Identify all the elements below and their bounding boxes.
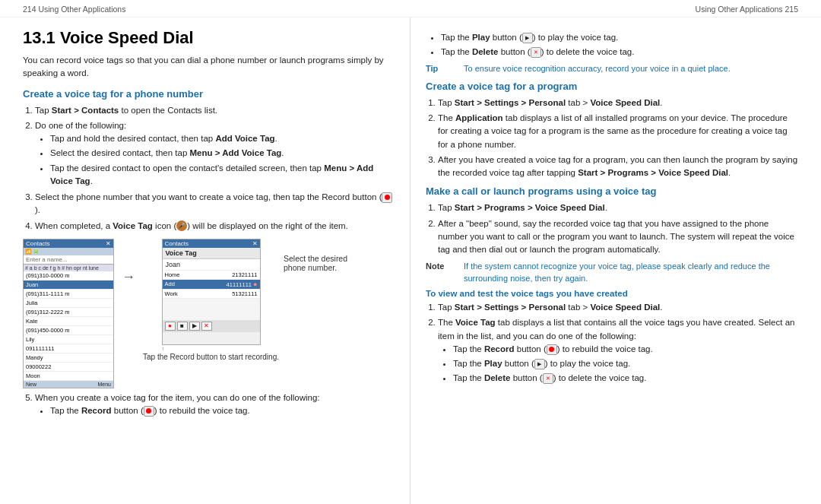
screen-stop-btn: ■ <box>177 322 188 331</box>
chapter-title: 13.1 Voice Speed Dial <box>23 28 395 48</box>
contact-item-selected: Juan <box>24 281 113 290</box>
contact-item: Kate <box>24 317 113 326</box>
caption-text: Select the desired phone number. <box>284 254 352 272</box>
steps-program: Tap Start > Settings > Personal tab > Vo… <box>438 97 798 180</box>
tip-label: Tip <box>426 64 458 73</box>
phone-work: Work51321111 <box>163 290 260 299</box>
tip-row: Tip To ensure voice recognition accuracy… <box>426 63 798 74</box>
view-bullet-3: Tap the Delete button (✕) to delete the … <box>453 372 798 385</box>
contact-item: Lily <box>24 335 113 344</box>
contacts-alpha-row: # a b c de f g h # hn opr nt lune <box>24 265 113 271</box>
step-4: When completed, a Voice Tag icon (🎤) wil… <box>35 220 395 233</box>
screenshots-row: Contacts ✕ 📶🔋 Enter a name... # a b c de… <box>23 239 395 388</box>
screen-play-btn: ▶ <box>189 322 200 331</box>
steps-view: Tap Start > Settings > Personal tab > Vo… <box>438 301 798 385</box>
step-2: Do one of the following: Tap and hold th… <box>35 119 395 188</box>
contacts-title-bar: Contacts ✕ <box>24 239 113 248</box>
bullet-2a: Tap the Record button () to rebuild the … <box>50 404 395 417</box>
bullet-1c: Tap the desired contact to open the cont… <box>50 162 395 189</box>
section1-heading: Create a voice tag for a phone number <box>23 88 395 100</box>
contact-item: Julia <box>24 299 113 308</box>
contacts-toolbar: 📶🔋 <box>24 248 113 255</box>
bullet-1b: Select the desired contact, then tap Men… <box>50 147 395 160</box>
select-phone-caption: Select the desired phone number. <box>284 254 352 272</box>
voice-tag-screen: Contacts ✕ Voice Tag Joan Home21321111 A… <box>162 239 261 345</box>
contact-item: (091)450-0000 m <box>24 326 113 335</box>
page-header: 214 Using Other Applications Using Other… <box>0 0 821 17</box>
contact-item: 091111111 <box>24 344 113 353</box>
contact-item: (091)312-2222 m <box>24 308 113 317</box>
delete-btn-3: ✕ <box>543 373 553 384</box>
steps-list-1: Tap Start > Contacts to open the Contact… <box>35 104 395 233</box>
voice-tag-title-bar: Contacts ✕ <box>163 239 260 248</box>
note-row: Note If the system cannot recognize your… <box>426 261 798 284</box>
bullet-delete: Tap the Delete button (✕) to delete the … <box>441 46 798 59</box>
step-1: Tap Start > Contacts to open the Contact… <box>35 104 395 117</box>
tap-record-caption: Tap the Record button to start recording… <box>143 353 279 361</box>
note-label: Note <box>426 262 458 271</box>
view-step-2: The Voice Tag tab displays a list that c… <box>438 316 798 385</box>
contact-item: (091)310-0000 m <box>24 271 113 281</box>
bullet-1a: Tap and hold the desired contact, then t… <box>50 132 395 145</box>
record-button-icon <box>382 192 392 203</box>
phone-list: Home21321111 Add41111111 ● Work51321111 <box>163 271 260 299</box>
arrow-right: → <box>119 269 138 285</box>
voice-tag-label: Voice Tag <box>163 248 260 259</box>
play-btn-icon: ▶ <box>522 33 533 43</box>
view-step-1: Tap Start > Settings > Personal tab > Vo… <box>438 301 798 314</box>
sub-bullets-2: Tap the Record button () to rebuild the … <box>50 404 395 417</box>
sub-bullets-1: Tap and hold the desired contact, then t… <box>50 132 395 188</box>
contact-item: (091)311-1111 m <box>24 290 113 299</box>
view-bullet-2: Tap the Play button (▶) to play the voic… <box>453 357 798 370</box>
contacts-search: Enter a name... <box>24 255 113 265</box>
phone-home: Home21321111 <box>163 271 260 280</box>
call-step-1: Tap Start > Programs > Voice Speed Dial. <box>438 201 798 214</box>
left-column: 13.1 Voice Speed Dial You can record voi… <box>0 17 410 504</box>
step-5: When you create a voice tag for the item… <box>35 391 395 418</box>
voice-tag-icon: 🎤 <box>176 220 187 231</box>
bullet-play: Tap the Play button (▶) to play the voic… <box>441 31 798 44</box>
left-page-number: 214 Using Other Applications <box>23 5 125 14</box>
record-btn-2 <box>144 406 154 417</box>
prog-step-1: Tap Start > Settings > Personal tab > Vo… <box>438 97 798 109</box>
contacts-nav: NewMenu <box>24 381 113 388</box>
delete-btn-icon: ✕ <box>531 47 541 58</box>
contact-name: Joan <box>163 259 260 271</box>
view-bullet-1: Tap the Record button () to rebuild the … <box>453 343 798 356</box>
section4-heading: To view and test the voice tags you have… <box>426 289 798 298</box>
screen-btn-row: ● ■ ▶ ✕ <box>163 320 260 332</box>
contact-item: Mandy <box>24 353 113 363</box>
steps-call: Tap Start > Programs > Voice Speed Dial.… <box>438 201 798 256</box>
intro-text: You can record voice tags so that you ca… <box>23 54 395 81</box>
prog-step-3: After you have created a voice tag for a… <box>438 154 798 180</box>
tip-text: To ensure voice recognition accuracy, re… <box>464 63 798 74</box>
section2-heading: Create a voice tag for a program <box>426 81 798 92</box>
screen-delete-btn: ✕ <box>201 322 212 331</box>
note-text: If the system cannot recognize your voic… <box>464 261 798 284</box>
contact-item: Moon <box>24 372 113 381</box>
contacts-screen: Contacts ✕ 📶🔋 Enter a name... # a b c de… <box>23 239 114 388</box>
prog-step-2: The Application tab displays a list of a… <box>438 112 798 151</box>
record-arrow: ↑ <box>162 345 261 351</box>
play-btn-3: ▶ <box>534 359 545 369</box>
contacts-list: (091)310-0000 m Juan (091)311-1111 m Jul… <box>24 271 113 381</box>
phone-add: Add41111111 ● <box>163 280 260 290</box>
right-page-number: Using Other Applications 215 <box>696 5 798 14</box>
section3-heading: Make a call or launch programs using a v… <box>426 185 798 197</box>
top-bullets: Tap the Play button (▶) to play the voic… <box>441 31 798 59</box>
view-sub-bullets: Tap the Record button () to rebuild the … <box>453 343 798 385</box>
contact-item: 09000222 <box>24 363 113 372</box>
step-3: Select the phone number that you want to… <box>35 191 395 217</box>
record-btn-3 <box>547 344 557 355</box>
steps-list-2: When you create a voice tag for the item… <box>35 391 395 418</box>
right-column: Tap the Play button (▶) to play the voic… <box>410 17 821 504</box>
call-step-2: After a "beep" sound, say the recorded v… <box>438 217 798 257</box>
screen-record-btn: ● <box>165 322 176 331</box>
spacer <box>163 299 260 320</box>
